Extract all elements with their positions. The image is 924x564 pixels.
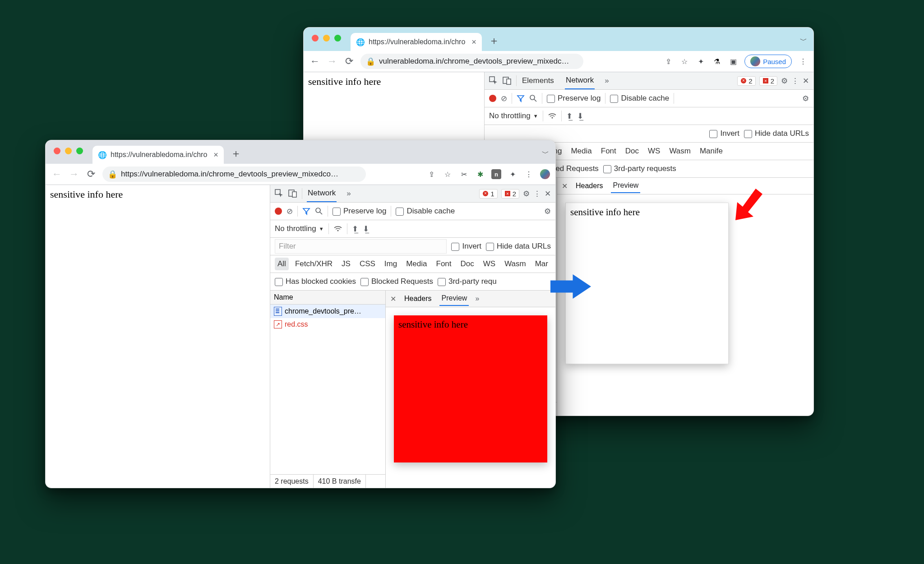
hide-data-urls-checkbox[interactable]: Hide data URLs	[744, 129, 809, 138]
error-badge[interactable]: ×2	[737, 76, 755, 86]
tab-preview[interactable]: Preview	[611, 179, 640, 193]
close-detail-button[interactable]: ✕	[390, 295, 396, 303]
preserve-log-checkbox[interactable]: Preserve log	[547, 94, 601, 103]
profile-paused-pill[interactable]: Paused	[744, 55, 792, 68]
close-tab-button[interactable]: ×	[471, 37, 476, 47]
reload-button[interactable]: ⟳	[343, 55, 355, 67]
invert-checkbox[interactable]: Invert	[451, 242, 481, 251]
filter-js[interactable]: JS	[339, 258, 353, 270]
extension-icon[interactable]: ✱	[475, 169, 485, 179]
scissors-icon[interactable]: ✂	[459, 169, 469, 179]
blocked-requests-checkbox[interactable]: Blocked Requests	[360, 277, 433, 286]
inspect-icon[interactable]	[275, 189, 284, 198]
filter-wasm[interactable]: Wasm	[666, 145, 693, 157]
issues-badge[interactable]: ×2	[501, 189, 519, 199]
request-item[interactable]: chrome_devtools_pre…	[270, 305, 385, 318]
tab-network[interactable]: Network	[565, 72, 595, 89]
name-column-header[interactable]: Name	[270, 291, 385, 305]
wifi-icon[interactable]	[333, 225, 342, 232]
upload-icon[interactable]: ⬆̲	[566, 111, 573, 121]
tab-dropdown-button[interactable]: ﹀	[800, 36, 807, 46]
devtools-close-button[interactable]: ✕	[545, 189, 551, 199]
settings-icon[interactable]: ⚙	[523, 189, 530, 199]
devtools-menu-button[interactable]: ⋮	[533, 189, 541, 199]
blocked-cookies-checkbox[interactable]: Has blocked cookies	[275, 277, 356, 286]
extensions-icon[interactable]: ✦	[508, 169, 517, 179]
new-tab-button[interactable]: ＋	[486, 33, 502, 48]
avatar-icon[interactable]	[540, 169, 550, 179]
forward-button[interactable]: →	[68, 168, 80, 180]
tab-headers[interactable]: Headers	[402, 292, 433, 305]
more-tabs-button[interactable]: »	[346, 189, 351, 198]
filter-all[interactable]: All	[275, 258, 289, 270]
filter-icon[interactable]	[517, 94, 525, 102]
close-window-button[interactable]	[54, 148, 60, 154]
issues-badge[interactable]: ×2	[759, 76, 777, 86]
filter-img[interactable]: Img	[382, 258, 400, 270]
clear-button[interactable]: ⊘	[501, 94, 507, 103]
maximize-window-button[interactable]	[76, 148, 83, 154]
disable-cache-checkbox[interactable]: Disable cache	[396, 207, 455, 216]
filter-wasm[interactable]: Wasm	[502, 258, 529, 270]
filter-ws[interactable]: WS	[645, 145, 663, 157]
device-toggle-icon[interactable]	[503, 76, 512, 85]
browser-tab[interactable]: 🌐 https://vulnerabledoma.in/chro ×	[92, 146, 224, 164]
close-window-button[interactable]	[312, 35, 319, 42]
filter-font[interactable]: Font	[434, 258, 454, 270]
reload-button[interactable]: ⟳	[85, 168, 97, 180]
filter-ws[interactable]: WS	[480, 258, 498, 270]
share-icon[interactable]: ⇪	[663, 56, 673, 66]
bookmark-icon[interactable]: ☆	[679, 56, 689, 66]
extension-n-icon[interactable]: n	[491, 169, 501, 179]
maximize-window-button[interactable]	[334, 35, 341, 42]
download-icon[interactable]: ⬇̲	[363, 224, 369, 234]
window-icon[interactable]: ▣	[728, 56, 738, 66]
throttling-select[interactable]: No throttling ▼	[275, 224, 324, 233]
device-toggle-icon[interactable]	[288, 189, 297, 198]
filter-doc[interactable]: Doc	[623, 145, 642, 157]
filter-input[interactable]: Filter	[275, 239, 447, 254]
url-input[interactable]: 🔒 https://vulnerabledoma.in/chrome_devto…	[102, 166, 366, 182]
hide-data-urls-checkbox[interactable]: Hide data URLs	[486, 242, 551, 251]
extensions-icon[interactable]: ✦	[696, 56, 706, 66]
inspect-icon[interactable]	[489, 76, 498, 85]
menu-button[interactable]: ⋮	[798, 56, 808, 66]
tab-preview[interactable]: Preview	[439, 291, 469, 306]
url-input[interactable]: 🔒 vulnerabledoma.in/chrome_devtools_prev…	[360, 54, 583, 69]
devtools-close-button[interactable]: ✕	[803, 76, 809, 86]
download-icon[interactable]: ⬇̲	[577, 111, 583, 121]
back-button[interactable]: ←	[309, 55, 321, 67]
bookmark-icon[interactable]: ☆	[443, 169, 453, 179]
request-item[interactable]: ↗ red.css	[270, 318, 385, 331]
minimize-window-button[interactable]	[323, 35, 330, 42]
filter-icon[interactable]	[302, 207, 310, 215]
filter-manifest[interactable]: Mar	[532, 258, 551, 270]
upload-icon[interactable]: ⬆̲	[352, 224, 358, 234]
search-icon[interactable]	[315, 207, 323, 215]
tab-dropdown-button[interactable]: ﹀	[542, 149, 549, 158]
record-button[interactable]	[489, 95, 496, 102]
close-detail-button[interactable]: ✕	[562, 182, 568, 190]
minimize-window-button[interactable]	[65, 148, 72, 154]
more-tabs-button[interactable]: »	[605, 76, 609, 85]
wifi-icon[interactable]	[548, 112, 557, 120]
new-tab-button[interactable]: ＋	[228, 146, 244, 161]
devtools-menu-button[interactable]: ⋮	[791, 76, 799, 86]
invert-checkbox[interactable]: Invert	[709, 129, 739, 138]
browser-tab[interactable]: 🌐 https://vulnerabledoma.in/chro ×	[351, 33, 482, 51]
throttling-select[interactable]: No throttling ▼	[489, 111, 538, 120]
share-icon[interactable]: ⇪	[426, 169, 436, 179]
disable-cache-checkbox[interactable]: Disable cache	[610, 94, 669, 103]
tab-headers[interactable]: Headers	[574, 179, 605, 193]
error-badge[interactable]: ×1	[479, 189, 497, 199]
filter-fetchxhr[interactable]: Fetch/XHR	[292, 258, 335, 270]
filter-font[interactable]: Font	[598, 145, 619, 157]
filter-media[interactable]: Media	[568, 145, 594, 157]
more-subtabs-button[interactable]: »	[475, 295, 479, 303]
clear-button[interactable]: ⊘	[286, 207, 293, 216]
network-settings-icon[interactable]: ⚙	[802, 94, 809, 103]
tab-network[interactable]: Network	[307, 185, 337, 202]
menu-button[interactable]: ⋮	[524, 169, 534, 179]
network-settings-icon[interactable]: ⚙	[544, 207, 551, 216]
filter-css[interactable]: CSS	[357, 258, 378, 270]
